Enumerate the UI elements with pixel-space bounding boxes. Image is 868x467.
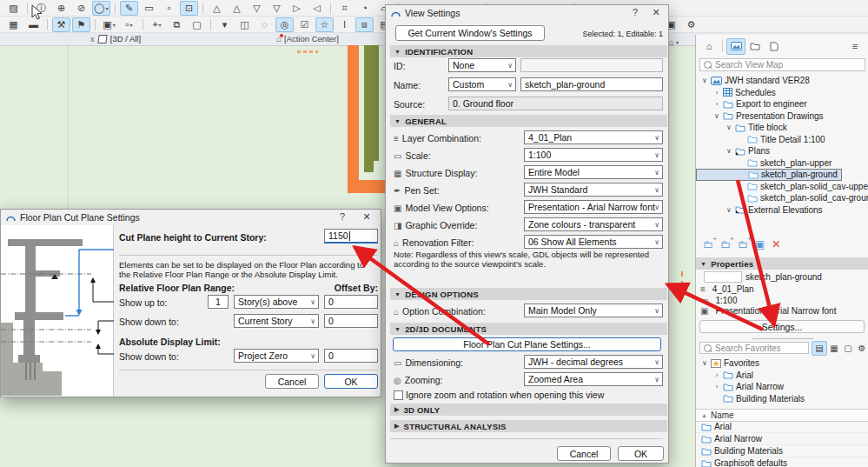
favorites-gear-icon[interactable]: ⚙ xyxy=(854,341,868,356)
tree-item-sketch-plan-upper[interactable]: sketch_plan-upper xyxy=(696,157,868,170)
expander-icon[interactable]: ∨ xyxy=(701,77,708,84)
walkthrough-icon[interactable]: ⚑ xyxy=(72,17,90,32)
properties-settings-button[interactable]: Settings... xyxy=(699,320,865,333)
expander-icon[interactable]: ∨ xyxy=(726,206,732,214)
monitor-icon[interactable]: ▢ xyxy=(188,17,206,32)
tree-item-sketch-plan-ground[interactable]: sketch_plan-ground xyxy=(696,169,842,181)
chart-icon[interactable]: ⌗ xyxy=(335,1,354,16)
tree-item-favorites[interactable]: ∨Favorites xyxy=(696,357,868,370)
story-down-icon[interactable]: ▽ xyxy=(248,1,266,16)
favorites-star-icon[interactable]: ☆ xyxy=(315,17,334,32)
fp-row-offset-input-2[interactable]: 0 xyxy=(324,349,378,363)
name-mode-select[interactable]: Custom∨ xyxy=(448,77,516,91)
option-combination-select[interactable]: Main Model Only∨ xyxy=(524,304,663,317)
plan-zone-olive-wall[interactable] xyxy=(364,45,379,172)
fp-cancel-button[interactable]: Cancel xyxy=(265,374,319,389)
table-row[interactable]: Building Materials xyxy=(696,445,868,457)
save-view-icon[interactable]: 🗀+ xyxy=(738,238,748,250)
section-identification[interactable]: ▼IDENTIFICATION xyxy=(390,45,667,57)
layers-select[interactable]: 4_01_Plan∨ xyxy=(524,130,663,144)
tab-3d-all[interactable]: x [3D / All] xyxy=(90,34,141,43)
vs-cancel-button[interactable]: Cancel xyxy=(557,446,611,461)
story-up-icon[interactable]: △ xyxy=(208,1,226,16)
table-row[interactable]: Arial Narrow xyxy=(696,433,868,445)
tree-item-building-materials[interactable]: Building Materials xyxy=(696,393,868,405)
plan-zone-orange-slab[interactable] xyxy=(348,180,385,193)
ignore-zoom-checkbox[interactable] xyxy=(394,390,403,400)
zoom-previous-icon[interactable]: ◔ xyxy=(355,1,374,16)
plan-zone-orange-wall[interactable] xyxy=(348,45,359,186)
tree-item-plans[interactable]: ∨Plans xyxy=(696,145,868,157)
tree-item-jwh-standard-ver28[interactable]: ∨JWH standard VER28 xyxy=(696,75,868,87)
duplicate-icon[interactable]: ⧉ xyxy=(168,17,186,32)
camera-label-icon[interactable]: ▣▾ xyxy=(100,17,118,32)
dimension-select[interactable]: JWH - decimal degrees∨ xyxy=(524,355,663,369)
view-map-search[interactable]: Search View Map xyxy=(699,58,865,71)
ibeam-icon[interactable]: I xyxy=(335,17,354,32)
fp-dialog-titlebar[interactable]: Floor Plan Cut Plane Settings xyxy=(1,210,381,225)
section-3d-only[interactable]: ▶3D ONLY xyxy=(390,404,667,416)
tree-item-arial[interactable]: ›Arial xyxy=(696,370,868,382)
tree-item-sketch-plan-solid-cav-ground[interactable]: sketch_plan-solid_cav-ground xyxy=(696,192,868,204)
prev-icon[interactable]: ◁ xyxy=(308,1,326,16)
vs-help-button[interactable]: ? xyxy=(628,7,642,19)
section-design-options[interactable]: ▼DESIGN OPTIONS xyxy=(390,288,667,300)
new-folder-icon[interactable]: 🗀+ xyxy=(703,238,713,250)
vs-close-button[interactable]: ✕ xyxy=(649,7,663,19)
vs-dialog-titlebar[interactable]: View Settings xyxy=(386,5,668,21)
fp-row-select-2[interactable]: Project Zero∨ xyxy=(234,349,319,363)
settings-gear-icon[interactable]: ⚙ xyxy=(682,17,700,32)
section-2d3d-documents[interactable]: ▼2D/3D DOCUMENTS xyxy=(390,323,667,335)
get-current-window-settings-button[interactable]: Get Current Window's Settings xyxy=(395,25,545,41)
panel-splitter[interactable] xyxy=(752,338,813,339)
list-view-icon[interactable]: ▤ xyxy=(812,341,827,356)
panel-icon[interactable]: ▬ xyxy=(24,17,43,32)
story-down2-icon[interactable]: ▽ xyxy=(268,1,286,16)
expander-icon[interactable]: › xyxy=(713,89,720,97)
fp-close-button[interactable]: ✕ xyxy=(360,211,374,223)
layers-blue-icon[interactable]: ⧈ xyxy=(355,17,374,32)
project-map-icon[interactable]: ⌂ xyxy=(699,38,719,55)
next-icon[interactable]: ▷ xyxy=(288,1,306,16)
region-icon[interactable]: ▫ xyxy=(160,1,178,16)
zooming-select[interactable]: Zoomed Area∨ xyxy=(524,372,663,386)
pen-set-select[interactable]: JWH Standard∨ xyxy=(524,183,663,197)
story-up2-icon[interactable]: △ xyxy=(228,1,246,16)
floor-plan-cut-plane-settings-button[interactable]: Floor Plan Cut Plane Settings... xyxy=(393,337,661,351)
cloud-sync-icon[interactable]: ◎ xyxy=(275,17,294,32)
view-map-icon[interactable] xyxy=(726,38,745,55)
id-select[interactable]: None∨ xyxy=(448,58,516,72)
tree-item-presentation-drawings[interactable]: ∨Presentation Drawings xyxy=(696,110,868,123)
expander-icon[interactable]: › xyxy=(713,100,720,108)
frame-icon[interactable]: ▭ xyxy=(140,1,158,16)
more-icon[interactable]: ▾ xyxy=(215,17,234,32)
tab-close-icon[interactable]: x xyxy=(90,34,95,43)
expander-icon[interactable]: › xyxy=(713,383,720,390)
section-general[interactable]: ▼GENERAL xyxy=(390,115,667,127)
id-value-field[interactable] xyxy=(520,58,663,72)
fp-help-button[interactable]: ? xyxy=(335,211,349,223)
model-view-select[interactable]: Presentation - Arial Narrow font∨ xyxy=(524,200,663,214)
navigator-menu-icon[interactable]: ≡ xyxy=(845,38,865,55)
prop-id-field[interactable] xyxy=(704,271,742,283)
action-center[interactable]: ⌂ [Action Center] xyxy=(276,34,339,43)
fp-row-offset-input-1[interactable]: 0 xyxy=(324,314,378,328)
delete-icon[interactable]: ✕ xyxy=(772,238,780,250)
fp-row-select-1[interactable]: Current Story∨ xyxy=(234,314,319,328)
section-structural-analysis[interactable]: ▶STRUCTURAL ANALYSIS xyxy=(390,420,667,432)
cut-plane-height-input[interactable]: 1150 xyxy=(324,229,378,244)
fp-row-select-0[interactable]: Story(s) above∨ xyxy=(234,295,319,309)
settings-box-icon[interactable]: ▣ xyxy=(755,238,765,250)
publisher-icon[interactable] xyxy=(765,38,784,55)
tag-icon[interactable]: ⊕ xyxy=(52,1,70,16)
sketch-icon[interactable]: ✎ xyxy=(120,1,138,16)
tree-item-external-elevations[interactable]: ∨External Elevations xyxy=(696,204,868,217)
table-header[interactable]: ▲ Name xyxy=(696,409,868,422)
cloud-icon[interactable]: ◌ xyxy=(255,17,274,32)
fp-row-offset-input-0[interactable]: 0 xyxy=(324,295,378,309)
orientation-icon[interactable]: ◯▾ xyxy=(92,1,110,16)
tree-item-title-detail-1-100[interactable]: Title Detail 1:100 xyxy=(696,134,868,146)
expander-icon[interactable]: ∨ xyxy=(726,147,732,155)
origin-icon[interactable]: ⌖▾ xyxy=(148,17,166,32)
mini-toolbar[interactable]: ⌂▾ xyxy=(669,36,693,48)
